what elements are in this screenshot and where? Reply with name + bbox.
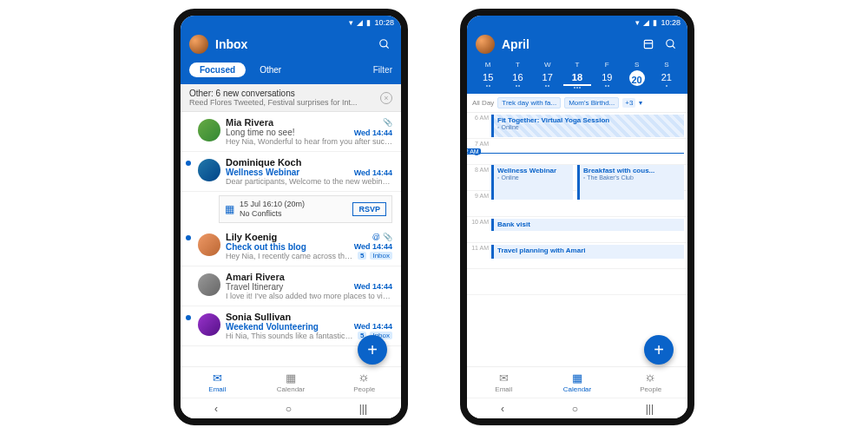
agenda-icon[interactable] xyxy=(641,36,656,52)
phone-inbox: ▾ ◢ ▮ 10:28 Inbox Focused Other Filter O… xyxy=(174,9,408,425)
statusbar: ▾ ◢ ▮ 10:28 xyxy=(181,16,401,30)
bottom-nav: ✉ Email ▦ Calendar ⛭ People xyxy=(181,366,401,398)
wifi-icon: ▾ xyxy=(349,18,353,27)
calendar-event[interactable]: Travel planning with Amari xyxy=(491,245,684,259)
svg-rect-2 xyxy=(644,40,652,48)
nav-label: People xyxy=(353,385,375,393)
event-title: Bank visit xyxy=(497,220,681,228)
allday-event-chip[interactable]: Trek day with fa... xyxy=(497,97,561,108)
home-button[interactable]: ○ xyxy=(572,403,578,415)
subject: Check out this blog xyxy=(226,242,354,252)
message-time: Wed 14:44 xyxy=(354,282,392,291)
rsvp-card: ▦ 15 Jul 16:10 (20m) No Conflicts RSVP xyxy=(219,195,392,223)
hour-label: 9 AM xyxy=(467,191,491,216)
back-button[interactable]: ‹ xyxy=(214,403,218,415)
sender-name: Dominique Koch xyxy=(226,157,392,168)
tab-focused[interactable]: Focused xyxy=(189,62,246,77)
calendar-timeline[interactable]: 6 AM 7 AM 8 AM 9 AM 10 AM 11 AM Fit Toge… xyxy=(467,113,687,366)
sender-name: Amari Rivera xyxy=(226,272,392,282)
email-icon: ✉ xyxy=(499,372,509,385)
day-column[interactable]: S 21 xyxy=(653,61,681,89)
message-item[interactable]: Dominique Koch Wellness Webinar Wed 14:4… xyxy=(181,152,401,192)
thread-count: 5 xyxy=(358,252,366,260)
search-icon[interactable] xyxy=(663,36,679,52)
inbox-tabs: Focused Other Filter xyxy=(181,59,401,84)
rsvp-time: 15 Jul 16:10 (20m) xyxy=(240,200,347,209)
sender-name: Mia Rivera xyxy=(226,117,383,128)
rsvp-button[interactable]: RSVP xyxy=(352,202,386,216)
subject: Wellness Webinar xyxy=(226,168,354,177)
allday-more[interactable]: +3 xyxy=(622,98,635,108)
allday-event-chip[interactable]: Mom's Birthd... xyxy=(564,97,619,108)
statusbar: ▾ ◢ ▮ 10:28 xyxy=(467,16,687,30)
nav-calendar[interactable]: ▦ Calendar xyxy=(254,367,328,398)
preview-text: Hey Nia, Wonderful to hear from you afte… xyxy=(226,137,392,146)
day-column[interactable]: S 20 xyxy=(622,61,650,89)
nav-label: Calendar xyxy=(277,385,305,393)
message-item[interactable]: Lily Koenig @ 📎 Check out this blog Wed … xyxy=(181,227,401,266)
status-time: 10:28 xyxy=(374,18,394,27)
recents-button[interactable]: ||| xyxy=(646,403,654,415)
android-nav: ‹ ○ ||| xyxy=(467,398,687,418)
search-icon[interactable] xyxy=(377,36,392,52)
svg-point-0 xyxy=(380,40,387,47)
message-time: Wed 14:44 xyxy=(354,242,392,251)
nav-people[interactable]: ⛭ People xyxy=(614,367,687,398)
back-button[interactable]: ‹ xyxy=(501,403,504,415)
compose-fab[interactable]: + xyxy=(358,335,387,365)
message-item[interactable]: Amari Rivera Travel Itinerary Wed 14:44 … xyxy=(181,266,401,306)
battery-icon: ▮ xyxy=(366,18,371,27)
calendar-event[interactable]: Fit Together: Virtual Yoga Session ◦ Onl… xyxy=(491,115,684,137)
mention-icon: @ xyxy=(372,233,380,241)
calendar-icon: ▦ xyxy=(286,372,296,385)
day-column[interactable]: T 18 xyxy=(563,61,591,89)
hour-label: 6 AM xyxy=(467,113,491,138)
avatar[interactable] xyxy=(189,35,208,54)
subject: Weekend Volunteering xyxy=(226,322,354,332)
nav-people[interactable]: ⛭ People xyxy=(327,367,401,398)
battery-icon: ▮ xyxy=(653,18,657,27)
event-title: Travel planning with Amari xyxy=(497,247,681,254)
calendar-event[interactable]: Wellness Webinar ◦ Online xyxy=(491,165,573,200)
bottom-nav: ✉ Email ▦ Calendar ⛭ People xyxy=(467,366,687,398)
event-location: Online xyxy=(501,174,518,181)
sender-name: Sonia Sullivan xyxy=(226,312,392,322)
unread-indicator xyxy=(186,235,191,240)
day-column[interactable]: M 15 xyxy=(474,61,502,89)
sender-name: Lily Koenig xyxy=(226,232,372,242)
nav-calendar[interactable]: ▦ Calendar xyxy=(541,367,615,398)
nav-email[interactable]: ✉ Email xyxy=(467,367,541,398)
calendar-header: April xyxy=(467,30,687,59)
nav-label: Calendar xyxy=(563,385,591,393)
event-title: Breakfast with cous... xyxy=(583,167,681,174)
status-time: 10:28 xyxy=(661,18,681,27)
new-event-fab[interactable]: + xyxy=(644,335,674,365)
day-column[interactable]: W 17 xyxy=(534,61,562,89)
hour-label: 8 AM xyxy=(467,165,491,190)
avatar[interactable] xyxy=(476,35,495,54)
people-icon: ⛭ xyxy=(358,372,370,385)
hour-label xyxy=(467,269,491,294)
tab-other[interactable]: Other xyxy=(253,62,288,77)
day-column[interactable]: F 19 xyxy=(593,61,621,89)
calendar-event[interactable]: Bank visit xyxy=(491,219,684,231)
calendar-event[interactable]: Breakfast with cous... ◦ The Baker's Clu… xyxy=(577,165,684,200)
message-time: Wed 14:44 xyxy=(354,128,392,137)
home-button[interactable]: ○ xyxy=(286,403,292,415)
chevron-down-icon[interactable]: ▾ xyxy=(639,99,642,107)
android-nav: ‹ ○ ||| xyxy=(181,398,401,418)
phone-calendar: ▾ ◢ ▮ 10:28 April M 15 T 16 W 17 xyxy=(460,9,694,425)
calendar-icon: ▦ xyxy=(225,203,234,215)
filter-button[interactable]: Filter xyxy=(373,65,392,75)
sender-avatar xyxy=(198,313,220,336)
subject: Long time no see! xyxy=(226,128,354,137)
subject: Travel Itinerary xyxy=(226,282,354,292)
week-strip: M 15 T 16 W 17 T 18 F 19 S 20 S xyxy=(467,59,687,94)
message-item[interactable]: Mia Rivera 📎 Long time no see! Wed 14:44… xyxy=(181,112,401,152)
day-column[interactable]: T 16 xyxy=(503,61,531,89)
other-summary[interactable]: Other: 6 new conversations Reed Flores T… xyxy=(181,84,401,112)
recents-button[interactable]: ||| xyxy=(359,403,367,415)
nav-email[interactable]: ✉ Email xyxy=(181,367,254,398)
dismiss-icon[interactable]: × xyxy=(380,92,392,104)
folder-badge: Inbox xyxy=(370,252,392,260)
